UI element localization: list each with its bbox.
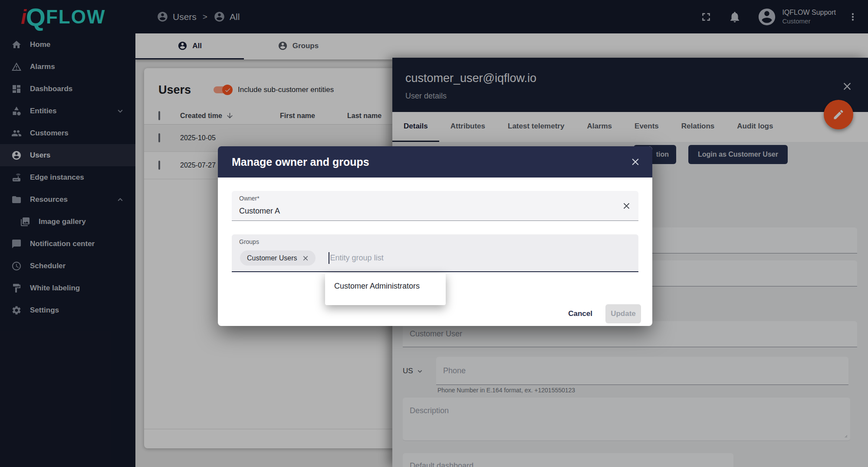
- close-icon[interactable]: [630, 156, 641, 168]
- clear-owner-icon[interactable]: [621, 201, 631, 211]
- dialog-body: Owner* Groups Customer Users: [218, 178, 652, 272]
- group-chip[interactable]: Customer Users: [240, 250, 316, 266]
- owner-field: Owner*: [232, 191, 638, 221]
- group-options-dropdown: Customer Administrators: [325, 273, 446, 305]
- entity-group-input[interactable]: [330, 253, 631, 263]
- owner-label: Owner*: [239, 195, 260, 202]
- remove-chip-icon[interactable]: [302, 254, 309, 262]
- text-cursor: [329, 252, 329, 264]
- cancel-button[interactable]: Cancel: [562, 305, 598, 322]
- owner-input[interactable]: [239, 207, 565, 216]
- groups-chip-row: Customer Users: [240, 250, 631, 266]
- dialog-header: Manage owner and groups: [218, 146, 652, 178]
- dialog-title: Manage owner and groups: [232, 156, 369, 168]
- option-customer-administrators[interactable]: Customer Administrators: [325, 273, 446, 291]
- groups-label: Groups: [239, 238, 259, 245]
- dialog-footer: Cancel Update: [562, 304, 641, 323]
- update-button[interactable]: Update: [605, 304, 641, 323]
- groups-field: Groups Customer Users: [232, 234, 638, 272]
- app-root: iQFLOW Users > All IQFLOW Support Custom…: [0, 0, 868, 467]
